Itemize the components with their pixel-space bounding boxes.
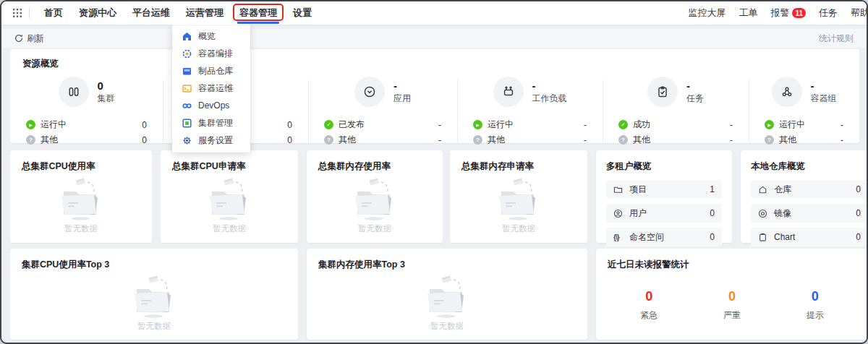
tenant-row-label: 用户 — [629, 207, 647, 220]
stat-row-label: 其他 — [41, 134, 58, 146]
dropdown-item-label: 服务设置 — [198, 134, 233, 147]
tenant-row-label: 项目 — [629, 184, 647, 196]
nav-monitor-screen[interactable]: 监控大屏 — [688, 7, 726, 20]
nav-alarm[interactable]: 报警 11 — [770, 7, 806, 20]
dropdown-item-cluster-mgmt[interactable]: 集群管理 — [172, 114, 250, 132]
alarm-item-severe: 0 严重 — [723, 290, 741, 322]
dropdown-item-devops[interactable]: DevOps — [172, 97, 250, 114]
stat-name: 容器组 — [811, 93, 837, 104]
stats-rule-link[interactable]: 统计规则 — [819, 33, 854, 45]
stat-row-label: 已发布 — [339, 119, 365, 131]
dropdown-item-container-ops[interactable]: 容器运维 — [172, 79, 250, 97]
chart-card-title: 总集群内存申请率 — [461, 160, 576, 173]
running-status-icon: ▶ — [765, 120, 774, 129]
alarm-info-value: 0 — [812, 290, 819, 303]
nav-item-container-mgmt-label: 容器管理 — [239, 7, 277, 20]
stat-block-cluster: 0 集群 ▶ 运行中 0 ? 其他 0 — [10, 72, 163, 147]
stat-block-application: - 应用 ✓ 已发布 - ? 其他 - — [308, 72, 457, 147]
stat-row: ? 其他 - — [324, 132, 441, 147]
dropdown-item-artifact-repo[interactable]: 制品仓库 — [172, 62, 250, 79]
stat-row-value: 0 — [142, 120, 147, 130]
stat-row-value: - — [730, 120, 733, 130]
empty-folder-illustration — [418, 275, 476, 318]
nav-help[interactable]: 帮助 — [851, 7, 868, 20]
repo-overview-title: 本地仓库概览 — [751, 160, 868, 173]
tenant-overview-card: 多租户概览 项目 1 用户 0 {\} 命名空间 0 — [596, 150, 732, 243]
stat-block-podgroup: - 容器组 ▶ 运行中 - ? 其他 - — [749, 72, 859, 147]
empty-folder-illustration — [346, 177, 404, 220]
stat-block-workload: - 工作负载 ▶ 运行中 - ? 其他 - — [457, 72, 603, 147]
stat-row-value: - — [438, 135, 441, 145]
nav-work-order[interactable]: 工单 — [739, 7, 757, 20]
alarm-item-critical: 0 紧急 — [640, 290, 658, 322]
chart-icon — [758, 233, 770, 242]
refresh-toolbar: 刷新 统计规则 — [1, 29, 867, 48]
chart-card-title: 集群CPU使用率Top 3 — [22, 259, 286, 271]
running-status-icon: ▶ — [26, 120, 35, 129]
stat-row: ✓ 已发布 - — [324, 117, 441, 132]
chart-card-cpu-request: 总集群CPU申请率 暂无数据 — [161, 150, 298, 243]
top-nav: 首页 资源中心 平台运维 运营管理 容器管理 设置 监控大屏 工单 报警 11 … — [1, 1, 867, 25]
tenant-row-label: 命名空间 — [629, 231, 664, 244]
dropdown-item-label: DevOps — [198, 100, 229, 111]
other-status-icon: ? — [765, 135, 774, 145]
other-status-icon: ? — [473, 135, 482, 145]
stat-row: ✓ 成功 - — [618, 117, 733, 132]
nav-task[interactable]: 任务 — [819, 7, 838, 20]
empty-state-text: 暂无数据 — [430, 321, 464, 332]
repo-row-image: 镜像 0 — [751, 204, 868, 223]
devops-icon — [182, 101, 192, 111]
dropdown-item-label: 集群管理 — [198, 117, 233, 129]
stat-row-value: - — [584, 120, 587, 130]
tenant-row-value: 0 — [710, 232, 715, 242]
dropdown-item-label: 容器编排 — [198, 48, 233, 60]
service-settings-icon — [182, 136, 192, 145]
nav-item-container-mgmt[interactable]: 容器管理 — [234, 1, 283, 25]
dropdown-item-label: 制品仓库 — [198, 65, 233, 77]
home-icon — [182, 32, 192, 41]
nav-item-operation-mgmt[interactable]: 运营管理 — [180, 1, 229, 25]
stat-row-label: 其他 — [339, 134, 356, 146]
tenant-row-namespace: {\} 命名空间 0 — [606, 228, 722, 246]
nav-divider — [29, 8, 30, 18]
stat-row-value: 0 — [287, 135, 292, 145]
stat-name: 集群 — [98, 93, 115, 104]
stat-row: ▶ 运行中 - — [473, 117, 587, 132]
stat-name: 应用 — [393, 93, 411, 104]
repo-row-chart: Chart 0 — [751, 228, 868, 246]
nav-item-platform-ops[interactable]: 平台运维 — [127, 1, 176, 25]
chart-card-mem-usage: 总集群内存使用率 暂无数据 — [307, 150, 443, 243]
dropdown-item-label: 容器运维 — [198, 82, 233, 95]
repo-overview-card: 本地仓库概览 仓库 0 镜像 0 Chart 0 — [741, 150, 868, 243]
alarm-item-info: 0 提示 — [807, 290, 824, 322]
empty-folder-illustration — [490, 177, 548, 220]
repo-row-value: 0 — [856, 232, 861, 242]
stat-row-label: 其他 — [488, 134, 505, 146]
nav-item-home[interactable]: 首页 — [38, 1, 69, 25]
dropdown-item-orchestration[interactable]: 容器编排 — [172, 45, 250, 62]
dropdown-item-overview[interactable]: 概览 — [172, 27, 250, 45]
resource-overview-title: 资源概览 — [10, 58, 859, 70]
artifact-repo-icon — [182, 66, 192, 76]
app-launcher-icon[interactable] — [13, 9, 22, 17]
stat-row: ? 其他 - — [618, 132, 733, 147]
stat-row-value: - — [730, 135, 733, 145]
user-icon — [613, 209, 625, 218]
repo-row-value: 0 — [856, 184, 861, 194]
chart-card-title: 总集群CPU使用率 — [22, 160, 140, 173]
cluster-icon — [59, 77, 89, 107]
dropdown-item-service-settings[interactable]: 服务设置 — [172, 132, 250, 149]
orchestration-icon — [182, 49, 192, 59]
stat-row-label: 其他 — [633, 134, 650, 146]
stat-row-value: 0 — [287, 120, 292, 130]
refresh-button[interactable]: 刷新 — [14, 33, 44, 45]
alarm-severe-label: 严重 — [723, 309, 741, 322]
refresh-label: 刷新 — [27, 33, 44, 45]
empty-state-text: 暂无数据 — [502, 223, 535, 234]
repo-row-label: 仓库 — [774, 184, 791, 196]
pod-group-icon — [772, 77, 802, 107]
empty-folder-illustration — [125, 275, 183, 318]
alarm-stats-card: 近七日未读报警统计 0 紧急 0 严重 0 提示 — [596, 249, 868, 340]
nav-item-resource-center[interactable]: 资源中心 — [73, 1, 122, 25]
nav-item-settings[interactable]: 设置 — [287, 1, 318, 25]
